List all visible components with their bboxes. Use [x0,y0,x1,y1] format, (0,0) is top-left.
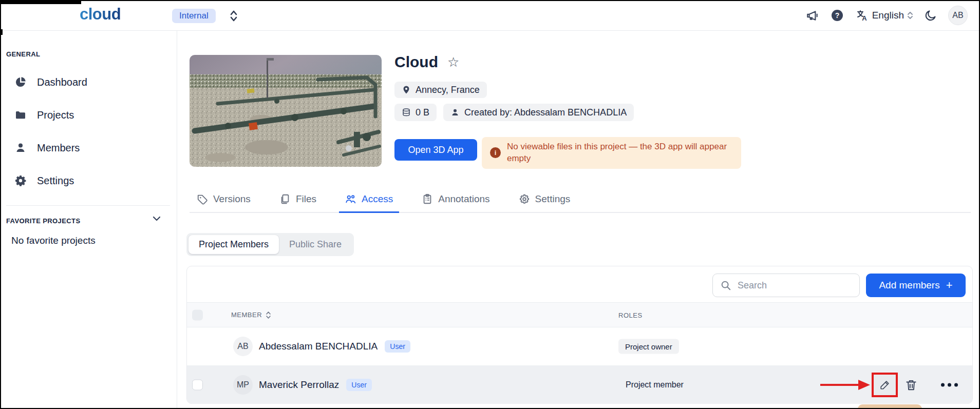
search-icon [720,280,731,291]
screenshot-artifact-bottom-right [858,404,922,409]
subtab-public-share[interactable]: Public Share [279,235,352,254]
clipboard-icon [422,193,433,205]
column-label: MEMBER [231,311,262,319]
tab-settings[interactable]: Settings [519,186,571,212]
project-header: Cloud ☆ [394,53,459,71]
project-tabs: Versions Files Access Annotations Settin… [190,186,971,213]
created-by-label: Created by: Abdessalam BENCHADLIA [464,107,627,118]
role-badge: Project owner [618,339,679,354]
size-label: 0 B [416,107,429,118]
add-members-button[interactable]: Add members + [866,274,966,297]
screenshot-artifact-top-left [0,0,81,4]
page-title: Cloud [394,53,438,71]
member-name-cell: Maverick Perrollaz User [259,379,372,391]
main-content: Cloud ☆ Annecy, France 0 B Created by: A… [178,31,980,409]
svg-text:A: A [862,14,867,22]
plus-icon: + [946,279,953,292]
screenshot-artifact-left-edge [0,29,3,35]
sidebar-section-favorites[interactable]: FAVORITE PROJECTS [6,217,81,225]
edit-member-button[interactable] [872,373,898,397]
sidebar-item-settings[interactable]: Settings [14,170,74,191]
database-icon [402,108,411,117]
translate-icon: A [855,8,869,23]
sidebar-section-general: GENERAL [6,50,40,58]
more-options-icon[interactable] [941,383,958,387]
column-header-roles: ROLES [618,311,643,319]
warning-text: No viewable files in this project — the … [507,141,733,165]
gear-icon [14,174,27,187]
sidebar-item-projects[interactable]: Projects [14,105,74,125]
workspace-badge[interactable]: Internal [172,9,216,23]
folder-icon [14,109,27,121]
select-all-checkbox[interactable] [192,309,203,320]
person-icon [14,142,27,154]
top-bar: cloud Internal ? A English [0,0,980,31]
subtab-project-members[interactable]: Project Members [189,235,279,254]
tab-access[interactable]: Access [345,186,393,212]
tab-files[interactable]: Files [279,186,316,212]
file-icon [279,193,291,205]
access-subtabs: Project Members Public Share [186,233,354,256]
pencil-icon [879,379,891,391]
member-name: Maverick Perrollaz [259,379,339,391]
tab-label: Versions [213,193,251,205]
moon-icon[interactable] [924,8,938,23]
avatar: MP [233,375,253,395]
sidebar-item-dashboard[interactable]: Dashboard [14,72,87,92]
tab-label: Annotations [438,193,489,205]
member-type-badge: User [346,379,372,391]
delete-member-button[interactable] [904,378,918,392]
sidebar-item-label: Settings [37,175,74,187]
size-chip: 0 B [394,104,437,121]
help-icon[interactable]: ? [830,8,844,23]
svg-text:?: ? [835,11,839,20]
sidebar: GENERAL Dashboard Projects Members Setti… [0,31,177,409]
search-box [712,274,860,297]
member-type-badge: User [385,340,410,353]
sort-icon [266,310,271,320]
search-input[interactable] [738,280,840,291]
tab-label: Files [296,193,316,205]
info-icon: i [490,147,501,158]
member-name-cell: Abdessalam BENCHADLIA User [259,340,410,353]
location-pin-icon [402,85,411,94]
language-selector[interactable]: A English [855,8,913,23]
tab-versions[interactable]: Versions [197,186,251,212]
sidebar-item-label: Dashboard [37,76,87,88]
created-by-chip: Created by: Abdessalam BENCHADLIA [443,104,634,121]
language-chevron-icon [907,10,913,21]
tab-annotations[interactable]: Annotations [422,186,489,212]
user-avatar[interactable]: AB [948,6,968,25]
row-checkbox[interactable] [192,380,203,391]
avatar: AB [233,337,253,356]
location-chip: Annecy, France [394,82,487,98]
sidebar-item-members[interactable]: Members [14,138,80,158]
app-logo[interactable]: cloud [80,5,121,24]
sidebar-divider [6,205,170,206]
add-members-label: Add members [879,280,939,291]
tag-icon [197,193,208,205]
table-header: MEMBER ROLES [187,302,972,327]
warning-banner: i No viewable files in this project — th… [482,137,741,169]
trash-icon [904,378,918,392]
table-row: AB Abdessalam BENCHADLIA User Project ow… [187,327,972,366]
column-header-member[interactable]: MEMBER [231,310,271,320]
chevron-down-icon[interactable] [151,213,162,224]
language-label: English [872,10,904,21]
megaphone-icon[interactable] [805,8,820,23]
open-3d-app-button[interactable]: Open 3D App [394,139,477,161]
gear-outline-icon [519,193,530,205]
person-icon [450,108,460,117]
members-card: Add members + MEMBER ROLES AB Abdessalam… [186,266,973,404]
tab-label: Settings [535,193,571,205]
table-row: MP Maverick Perrollaz User Project membe… [187,366,972,404]
star-outline-icon[interactable]: ☆ [447,55,459,69]
location-label: Annecy, France [416,85,480,95]
project-thumbnail [190,55,382,167]
workspace-switcher-chevron-icon[interactable] [229,9,238,23]
member-name: Abdessalam BENCHADLIA [259,341,378,352]
annotation-arrow [820,380,870,390]
topbar-actions: ? A English AB [805,0,968,31]
sidebar-item-label: Members [37,142,80,154]
role-label: Project member [626,380,684,389]
